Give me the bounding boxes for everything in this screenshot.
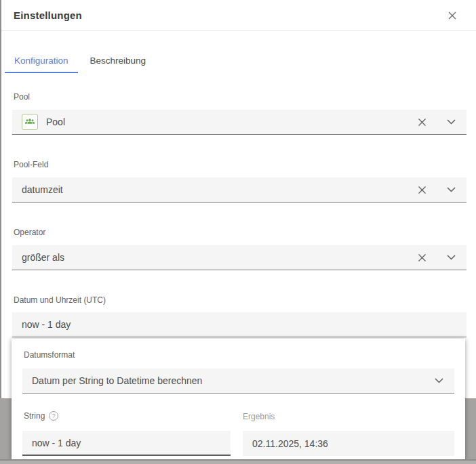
date-format-select-value: Datum per String to Datetime berechnen xyxy=(32,375,433,386)
close-icon[interactable] xyxy=(445,8,460,23)
group-people-icon xyxy=(22,114,38,130)
result-value: 02.11.2025, 14:36 xyxy=(252,438,445,449)
date-format-select[interactable]: Datum per String to Datetime berechnen xyxy=(22,368,454,394)
operator-select[interactable]: größer als xyxy=(12,245,467,270)
string-label-row: String ? xyxy=(24,411,58,421)
clear-x-icon[interactable] xyxy=(416,252,428,263)
screen: Einstellungen Konfiguration Beschreibung… xyxy=(0,0,476,464)
tab-beschreibung[interactable]: Beschreibung xyxy=(81,51,156,73)
dialog-title: Einstellungen xyxy=(14,9,82,21)
chevron-down-icon[interactable] xyxy=(433,377,445,385)
pool-field-select[interactable]: datumzeit xyxy=(12,177,467,203)
result-readonly-field: 02.11.2025, 14:36 xyxy=(243,431,454,456)
tab-bar: Konfiguration Beschreibung xyxy=(5,51,155,73)
chevron-down-icon[interactable] xyxy=(445,118,457,126)
pool-field-label: Pool-Feld xyxy=(14,160,48,169)
string-expression-input[interactable] xyxy=(22,431,231,456)
date-format-label: Datumsformat xyxy=(24,350,75,360)
clear-x-icon[interactable] xyxy=(416,117,428,128)
datetime-utc-input[interactable] xyxy=(12,312,467,337)
result-label: Ergebnis xyxy=(243,412,275,421)
pool-select-value: Pool xyxy=(46,117,416,127)
datetime-utc-label: Datum und Uhrzeit (UTC) xyxy=(14,295,106,305)
datetime-options-popup: Datumsformat Datum per String to Datetim… xyxy=(12,339,465,459)
dialog-header: Einstellungen xyxy=(1,0,476,31)
bottom-edge-strip xyxy=(0,459,476,464)
chevron-down-icon[interactable] xyxy=(445,186,457,194)
pool-label: Pool xyxy=(14,92,30,102)
pool-select[interactable]: Pool xyxy=(12,110,467,135)
operator-label: Operator xyxy=(14,228,45,237)
string-label: String xyxy=(24,411,45,421)
help-circle-icon[interactable]: ? xyxy=(49,411,58,421)
clear-x-icon[interactable] xyxy=(416,184,428,196)
pool-field-select-value: datumzeit xyxy=(22,184,416,195)
operator-select-value: größer als xyxy=(22,252,416,263)
tab-konfiguration[interactable]: Konfiguration xyxy=(5,51,78,73)
chevron-down-icon[interactable] xyxy=(445,253,457,261)
